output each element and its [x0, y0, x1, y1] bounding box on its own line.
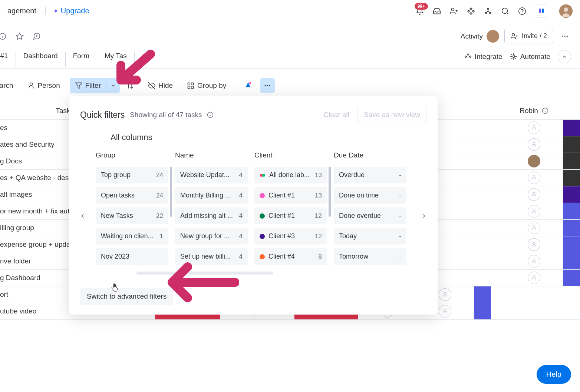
filter-pill[interactable]: Website Updat... 4 [175, 167, 248, 183]
help-button[interactable]: Help [537, 365, 571, 384]
color-cell[interactable] [563, 120, 580, 136]
tab-item[interactable]: t #1 [0, 52, 16, 67]
clear-all-button[interactable]: Clear all [319, 108, 354, 122]
invite-label: Invite / 2 [522, 32, 547, 40]
color-cell[interactable] [563, 253, 580, 269]
robin-cell[interactable] [505, 220, 563, 236]
more-options-icon[interactable] [558, 30, 571, 43]
pill-count: 4 [239, 233, 243, 240]
help-icon[interactable] [518, 7, 527, 16]
filter-pill[interactable]: Client #1 12 [254, 207, 327, 224]
robin-cell[interactable] [505, 203, 563, 219]
filter-pill[interactable]: Today - [334, 228, 406, 245]
workspaces-icon[interactable] [484, 7, 492, 16]
robin-cell[interactable] [505, 120, 563, 136]
ai-icon[interactable] [241, 79, 255, 92]
robin-cell[interactable] [505, 170, 563, 186]
svg-point-0 [451, 8, 454, 10]
inbox-icon[interactable] [432, 7, 441, 16]
scroll-right-button[interactable] [418, 210, 429, 222]
robin-cell[interactable] [505, 253, 563, 269]
tab-dashboard[interactable]: Dashboard [16, 52, 66, 67]
vertical-scrollbar[interactable] [329, 167, 331, 217]
empty-avatar-icon [528, 238, 540, 251]
filter-chevron-button[interactable] [106, 78, 120, 93]
filter-pill[interactable]: Client #4 8 [254, 248, 327, 265]
filter-pill[interactable]: Tomorrow - [334, 248, 406, 265]
user-avatar[interactable] [559, 4, 573, 18]
scroll-left-button[interactable] [77, 210, 88, 222]
pill-label: Website Updat... [180, 171, 230, 179]
svg-point-41 [533, 176, 535, 178]
filter-button[interactable]: Filter [70, 78, 106, 93]
filter-pill[interactable]: Done overdue - [334, 207, 406, 224]
hide-button[interactable]: Hide [144, 79, 177, 93]
notifications-icon[interactable]: 99+ [415, 7, 424, 16]
person-filter-button[interactable]: Person [23, 79, 65, 93]
product-logo-icon[interactable] [535, 4, 548, 18]
filter-pill[interactable]: Waiting on clien... 1 [96, 228, 168, 245]
more-toolbar-button[interactable] [260, 78, 275, 93]
robin-cell[interactable] [505, 186, 563, 203]
filter-pill[interactable]: Top group 24 [96, 167, 168, 183]
filter-pill[interactable]: New group for ... 4 [175, 228, 248, 245]
info-icon[interactable] [0, 30, 9, 43]
svg-point-21 [562, 36, 563, 37]
apps-icon[interactable] [467, 7, 475, 16]
filter-pill[interactable]: New Tasks 22 [96, 207, 168, 224]
color-dot-icon [260, 234, 265, 239]
switch-advanced-filters-button[interactable]: Switch to advanced filters [80, 288, 173, 305]
filter-pill[interactable]: Done on time - [334, 187, 406, 204]
vertical-scrollbar[interactable] [170, 167, 172, 217]
filter-pill[interactable]: All done lab... 13 [254, 167, 327, 183]
robin-cell[interactable] [505, 270, 563, 286]
filter-pill[interactable]: Nov 2023 [96, 248, 168, 265]
automate-button[interactable]: Automate [510, 53, 550, 61]
color-cell[interactable] [563, 153, 580, 169]
color-cell[interactable] [563, 186, 580, 203]
filter-column: Group Top group 24 Open tasks 24 New Tas… [96, 151, 168, 265]
favorite-icon[interactable] [13, 30, 26, 43]
tab-mytasks[interactable]: My Tas [97, 52, 135, 67]
filter-pill[interactable]: Set up new billi... 4 [175, 248, 248, 265]
invite-members-icon[interactable] [449, 7, 458, 16]
sort-button[interactable] [125, 79, 138, 92]
robin-column-header[interactable]: Robin [505, 107, 563, 115]
client-logo-icon [260, 172, 266, 178]
pill-label: All done lab... [269, 171, 310, 179]
add-tab-button[interactable]: + [135, 51, 153, 67]
robin-cell[interactable] [505, 136, 563, 153]
color-cell[interactable] [563, 220, 580, 236]
filter-pill[interactable]: Client #1 13 [254, 187, 327, 204]
invite-button[interactable]: Invite / 2 [504, 29, 553, 43]
groupby-button[interactable]: Group by [182, 79, 231, 93]
info-icon[interactable] [207, 112, 214, 118]
filter-pill[interactable]: Open tasks 24 [96, 187, 168, 204]
robin-cell[interactable] [505, 236, 563, 253]
search-button[interactable]: earch [0, 79, 18, 93]
activity-button[interactable]: Activity [461, 30, 499, 43]
add-discussion-icon[interactable] [30, 30, 43, 43]
tab-form[interactable]: Form [66, 52, 97, 67]
search-icon[interactable] [501, 7, 510, 16]
color-cell[interactable] [563, 270, 580, 286]
save-view-button[interactable]: Save as new view [357, 107, 426, 123]
color-cell[interactable] [563, 136, 580, 153]
upgrade-button[interactable]: ✦ Upgrade [45, 7, 89, 15]
color-cell[interactable] [563, 236, 580, 253]
filter-pill[interactable]: Add missing alt ... 4 [175, 207, 248, 224]
pill-count: 24 [156, 192, 163, 199]
filter-pill[interactable]: Overdue - [334, 167, 406, 183]
robin-cell[interactable] [505, 153, 563, 169]
color-cell[interactable] [563, 203, 580, 219]
color-cell[interactable] [474, 286, 491, 303]
color-cell[interactable] [563, 170, 580, 186]
filter-pill[interactable]: Client #3 12 [254, 228, 327, 245]
empty-avatar-icon [528, 172, 540, 184]
color-cell[interactable] [474, 303, 491, 319]
integrate-button[interactable]: Integrate [464, 53, 502, 61]
horizontal-scrollbar[interactable] [136, 272, 273, 275]
filter-pill[interactable]: Monthly Billing ... 4 [175, 187, 248, 204]
collapse-button[interactable] [558, 50, 571, 63]
svg-point-47 [533, 276, 535, 278]
